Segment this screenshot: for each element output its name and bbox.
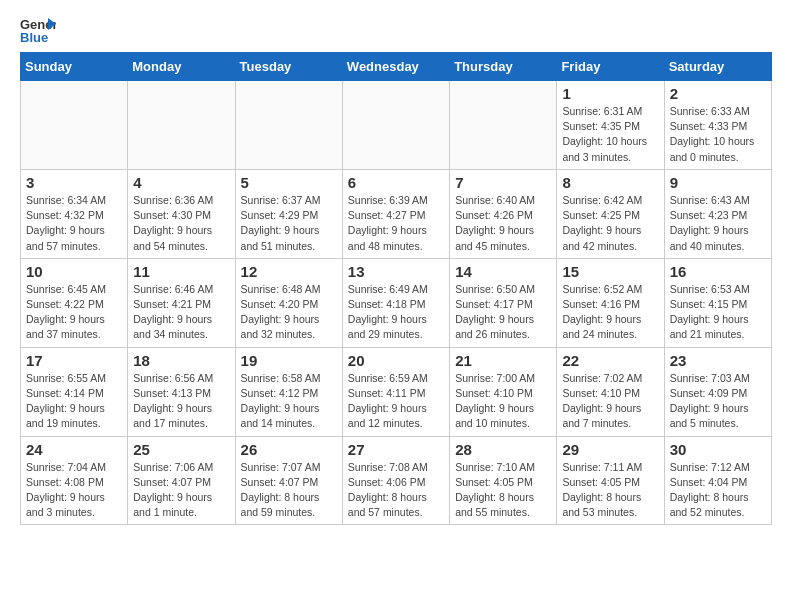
day-info: Sunrise: 7:11 AM Sunset: 4:05 PM Dayligh… [562,460,658,521]
calendar-cell: 17Sunrise: 6:55 AM Sunset: 4:14 PM Dayli… [21,347,128,436]
day-info: Sunrise: 7:02 AM Sunset: 4:10 PM Dayligh… [562,371,658,432]
day-info: Sunrise: 6:45 AM Sunset: 4:22 PM Dayligh… [26,282,122,343]
calendar-cell: 28Sunrise: 7:10 AM Sunset: 4:05 PM Dayli… [450,436,557,525]
calendar-cell: 20Sunrise: 6:59 AM Sunset: 4:11 PM Dayli… [342,347,449,436]
day-number: 4 [133,174,229,191]
day-number: 28 [455,441,551,458]
calendar-cell: 19Sunrise: 6:58 AM Sunset: 4:12 PM Dayli… [235,347,342,436]
day-number: 10 [26,263,122,280]
day-number: 19 [241,352,337,369]
page-container: General Blue SundayMondayTuesdayWednesda… [0,0,792,545]
day-number: 11 [133,263,229,280]
svg-text:Blue: Blue [20,30,48,44]
calendar-cell: 3Sunrise: 6:34 AM Sunset: 4:32 PM Daylig… [21,169,128,258]
weekday-header-monday: Monday [128,53,235,81]
day-number: 15 [562,263,658,280]
weekday-header-tuesday: Tuesday [235,53,342,81]
calendar-cell: 14Sunrise: 6:50 AM Sunset: 4:17 PM Dayli… [450,258,557,347]
day-number: 14 [455,263,551,280]
weekday-header-friday: Friday [557,53,664,81]
day-info: Sunrise: 7:12 AM Sunset: 4:04 PM Dayligh… [670,460,766,521]
day-number: 1 [562,85,658,102]
logo: General Blue [20,16,60,44]
calendar-cell: 18Sunrise: 6:56 AM Sunset: 4:13 PM Dayli… [128,347,235,436]
day-info: Sunrise: 7:03 AM Sunset: 4:09 PM Dayligh… [670,371,766,432]
calendar-cell [235,81,342,170]
day-number: 13 [348,263,444,280]
day-number: 21 [455,352,551,369]
calendar-cell: 13Sunrise: 6:49 AM Sunset: 4:18 PM Dayli… [342,258,449,347]
calendar-cell: 12Sunrise: 6:48 AM Sunset: 4:20 PM Dayli… [235,258,342,347]
day-number: 16 [670,263,766,280]
day-number: 17 [26,352,122,369]
day-info: Sunrise: 6:48 AM Sunset: 4:20 PM Dayligh… [241,282,337,343]
calendar-cell: 4Sunrise: 6:36 AM Sunset: 4:30 PM Daylig… [128,169,235,258]
day-info: Sunrise: 6:39 AM Sunset: 4:27 PM Dayligh… [348,193,444,254]
calendar-cell: 8Sunrise: 6:42 AM Sunset: 4:25 PM Daylig… [557,169,664,258]
day-info: Sunrise: 7:00 AM Sunset: 4:10 PM Dayligh… [455,371,551,432]
logo-icon: General Blue [20,16,56,44]
calendar-cell [342,81,449,170]
day-info: Sunrise: 7:08 AM Sunset: 4:06 PM Dayligh… [348,460,444,521]
day-info: Sunrise: 7:07 AM Sunset: 4:07 PM Dayligh… [241,460,337,521]
calendar-table: SundayMondayTuesdayWednesdayThursdayFrid… [20,52,772,525]
weekday-header-thursday: Thursday [450,53,557,81]
day-number: 7 [455,174,551,191]
calendar-cell: 15Sunrise: 6:52 AM Sunset: 4:16 PM Dayli… [557,258,664,347]
day-info: Sunrise: 6:58 AM Sunset: 4:12 PM Dayligh… [241,371,337,432]
day-number: 27 [348,441,444,458]
calendar-cell: 26Sunrise: 7:07 AM Sunset: 4:07 PM Dayli… [235,436,342,525]
calendar-cell [128,81,235,170]
day-info: Sunrise: 7:10 AM Sunset: 4:05 PM Dayligh… [455,460,551,521]
calendar-cell: 22Sunrise: 7:02 AM Sunset: 4:10 PM Dayli… [557,347,664,436]
day-info: Sunrise: 6:55 AM Sunset: 4:14 PM Dayligh… [26,371,122,432]
week-row-2: 3Sunrise: 6:34 AM Sunset: 4:32 PM Daylig… [21,169,772,258]
day-number: 24 [26,441,122,458]
calendar-cell: 27Sunrise: 7:08 AM Sunset: 4:06 PM Dayli… [342,436,449,525]
day-number: 22 [562,352,658,369]
calendar-cell: 16Sunrise: 6:53 AM Sunset: 4:15 PM Dayli… [664,258,771,347]
day-info: Sunrise: 6:43 AM Sunset: 4:23 PM Dayligh… [670,193,766,254]
calendar-cell: 30Sunrise: 7:12 AM Sunset: 4:04 PM Dayli… [664,436,771,525]
day-info: Sunrise: 6:33 AM Sunset: 4:33 PM Dayligh… [670,104,766,165]
day-info: Sunrise: 6:56 AM Sunset: 4:13 PM Dayligh… [133,371,229,432]
day-number: 25 [133,441,229,458]
day-number: 2 [670,85,766,102]
day-number: 26 [241,441,337,458]
day-number: 18 [133,352,229,369]
day-number: 6 [348,174,444,191]
calendar-cell: 1Sunrise: 6:31 AM Sunset: 4:35 PM Daylig… [557,81,664,170]
calendar-cell: 7Sunrise: 6:40 AM Sunset: 4:26 PM Daylig… [450,169,557,258]
day-number: 5 [241,174,337,191]
calendar-cell: 29Sunrise: 7:11 AM Sunset: 4:05 PM Dayli… [557,436,664,525]
day-number: 23 [670,352,766,369]
calendar-cell: 6Sunrise: 6:39 AM Sunset: 4:27 PM Daylig… [342,169,449,258]
day-number: 20 [348,352,444,369]
day-info: Sunrise: 6:52 AM Sunset: 4:16 PM Dayligh… [562,282,658,343]
day-info: Sunrise: 6:40 AM Sunset: 4:26 PM Dayligh… [455,193,551,254]
day-number: 29 [562,441,658,458]
day-number: 8 [562,174,658,191]
day-info: Sunrise: 6:36 AM Sunset: 4:30 PM Dayligh… [133,193,229,254]
day-info: Sunrise: 6:49 AM Sunset: 4:18 PM Dayligh… [348,282,444,343]
day-info: Sunrise: 6:34 AM Sunset: 4:32 PM Dayligh… [26,193,122,254]
day-info: Sunrise: 6:50 AM Sunset: 4:17 PM Dayligh… [455,282,551,343]
weekday-header-sunday: Sunday [21,53,128,81]
calendar-cell: 23Sunrise: 7:03 AM Sunset: 4:09 PM Dayli… [664,347,771,436]
day-number: 9 [670,174,766,191]
calendar-cell: 24Sunrise: 7:04 AM Sunset: 4:08 PM Dayli… [21,436,128,525]
calendar-cell: 5Sunrise: 6:37 AM Sunset: 4:29 PM Daylig… [235,169,342,258]
day-info: Sunrise: 6:42 AM Sunset: 4:25 PM Dayligh… [562,193,658,254]
week-row-4: 17Sunrise: 6:55 AM Sunset: 4:14 PM Dayli… [21,347,772,436]
week-row-1: 1Sunrise: 6:31 AM Sunset: 4:35 PM Daylig… [21,81,772,170]
day-info: Sunrise: 6:53 AM Sunset: 4:15 PM Dayligh… [670,282,766,343]
calendar-cell: 21Sunrise: 7:00 AM Sunset: 4:10 PM Dayli… [450,347,557,436]
day-info: Sunrise: 7:06 AM Sunset: 4:07 PM Dayligh… [133,460,229,521]
weekday-header-row: SundayMondayTuesdayWednesdayThursdayFrid… [21,53,772,81]
calendar-cell [21,81,128,170]
day-info: Sunrise: 7:04 AM Sunset: 4:08 PM Dayligh… [26,460,122,521]
day-number: 30 [670,441,766,458]
calendar-cell: 11Sunrise: 6:46 AM Sunset: 4:21 PM Dayli… [128,258,235,347]
calendar-cell: 10Sunrise: 6:45 AM Sunset: 4:22 PM Dayli… [21,258,128,347]
day-info: Sunrise: 6:31 AM Sunset: 4:35 PM Dayligh… [562,104,658,165]
